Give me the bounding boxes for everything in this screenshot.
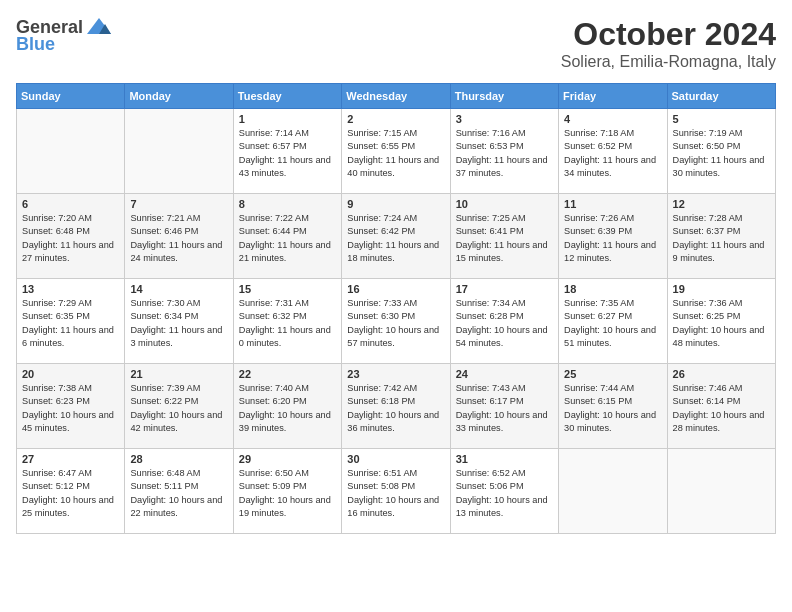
day-cell: 16Sunrise: 7:33 AM Sunset: 6:30 PM Dayli… [342,279,450,364]
day-number: 30 [347,453,444,465]
day-info: Sunrise: 7:26 AM Sunset: 6:39 PM Dayligh… [564,212,661,265]
day-cell: 15Sunrise: 7:31 AM Sunset: 6:32 PM Dayli… [233,279,341,364]
day-cell: 14Sunrise: 7:30 AM Sunset: 6:34 PM Dayli… [125,279,233,364]
logo: General Blue [16,16,113,55]
day-number: 26 [673,368,770,380]
day-cell: 1Sunrise: 7:14 AM Sunset: 6:57 PM Daylig… [233,109,341,194]
day-cell [559,449,667,534]
day-info: Sunrise: 7:44 AM Sunset: 6:15 PM Dayligh… [564,382,661,435]
day-info: Sunrise: 7:15 AM Sunset: 6:55 PM Dayligh… [347,127,444,180]
logo-blue-text: Blue [16,34,55,55]
day-info: Sunrise: 7:35 AM Sunset: 6:27 PM Dayligh… [564,297,661,350]
day-cell: 13Sunrise: 7:29 AM Sunset: 6:35 PM Dayli… [17,279,125,364]
day-cell: 9Sunrise: 7:24 AM Sunset: 6:42 PM Daylig… [342,194,450,279]
header-sunday: Sunday [17,84,125,109]
day-number: 8 [239,198,336,210]
day-number: 23 [347,368,444,380]
day-cell: 7Sunrise: 7:21 AM Sunset: 6:46 PM Daylig… [125,194,233,279]
day-number: 12 [673,198,770,210]
day-info: Sunrise: 6:52 AM Sunset: 5:06 PM Dayligh… [456,467,553,520]
day-number: 17 [456,283,553,295]
day-info: Sunrise: 7:38 AM Sunset: 6:23 PM Dayligh… [22,382,119,435]
day-cell: 26Sunrise: 7:46 AM Sunset: 6:14 PM Dayli… [667,364,775,449]
day-number: 4 [564,113,661,125]
day-cell: 10Sunrise: 7:25 AM Sunset: 6:41 PM Dayli… [450,194,558,279]
week-row-1: 6Sunrise: 7:20 AM Sunset: 6:48 PM Daylig… [17,194,776,279]
page-header: General Blue October 2024 Soliera, Emili… [16,16,776,71]
day-number: 18 [564,283,661,295]
day-cell: 30Sunrise: 6:51 AM Sunset: 5:08 PM Dayli… [342,449,450,534]
day-cell: 28Sunrise: 6:48 AM Sunset: 5:11 PM Dayli… [125,449,233,534]
day-info: Sunrise: 7:20 AM Sunset: 6:48 PM Dayligh… [22,212,119,265]
day-cell: 17Sunrise: 7:34 AM Sunset: 6:28 PM Dayli… [450,279,558,364]
day-number: 22 [239,368,336,380]
header-row: SundayMondayTuesdayWednesdayThursdayFrid… [17,84,776,109]
day-number: 14 [130,283,227,295]
day-cell: 31Sunrise: 6:52 AM Sunset: 5:06 PM Dayli… [450,449,558,534]
week-row-0: 1Sunrise: 7:14 AM Sunset: 6:57 PM Daylig… [17,109,776,194]
calendar-header: SundayMondayTuesdayWednesdayThursdayFrid… [17,84,776,109]
day-info: Sunrise: 7:28 AM Sunset: 6:37 PM Dayligh… [673,212,770,265]
day-info: Sunrise: 7:40 AM Sunset: 6:20 PM Dayligh… [239,382,336,435]
day-cell: 11Sunrise: 7:26 AM Sunset: 6:39 PM Dayli… [559,194,667,279]
week-row-3: 20Sunrise: 7:38 AM Sunset: 6:23 PM Dayli… [17,364,776,449]
day-number: 11 [564,198,661,210]
day-cell: 20Sunrise: 7:38 AM Sunset: 6:23 PM Dayli… [17,364,125,449]
day-number: 10 [456,198,553,210]
header-monday: Monday [125,84,233,109]
day-cell: 3Sunrise: 7:16 AM Sunset: 6:53 PM Daylig… [450,109,558,194]
day-number: 20 [22,368,119,380]
header-wednesday: Wednesday [342,84,450,109]
day-number: 15 [239,283,336,295]
week-row-4: 27Sunrise: 6:47 AM Sunset: 5:12 PM Dayli… [17,449,776,534]
day-cell: 25Sunrise: 7:44 AM Sunset: 6:15 PM Dayli… [559,364,667,449]
day-number: 24 [456,368,553,380]
header-tuesday: Tuesday [233,84,341,109]
day-number: 6 [22,198,119,210]
day-number: 25 [564,368,661,380]
day-info: Sunrise: 7:33 AM Sunset: 6:30 PM Dayligh… [347,297,444,350]
day-number: 1 [239,113,336,125]
day-info: Sunrise: 7:39 AM Sunset: 6:22 PM Dayligh… [130,382,227,435]
day-number: 3 [456,113,553,125]
day-info: Sunrise: 7:42 AM Sunset: 6:18 PM Dayligh… [347,382,444,435]
day-info: Sunrise: 7:36 AM Sunset: 6:25 PM Dayligh… [673,297,770,350]
day-cell: 12Sunrise: 7:28 AM Sunset: 6:37 PM Dayli… [667,194,775,279]
day-info: Sunrise: 7:22 AM Sunset: 6:44 PM Dayligh… [239,212,336,265]
calendar-body: 1Sunrise: 7:14 AM Sunset: 6:57 PM Daylig… [17,109,776,534]
day-number: 19 [673,283,770,295]
day-cell: 23Sunrise: 7:42 AM Sunset: 6:18 PM Dayli… [342,364,450,449]
day-info: Sunrise: 6:51 AM Sunset: 5:08 PM Dayligh… [347,467,444,520]
day-info: Sunrise: 7:43 AM Sunset: 6:17 PM Dayligh… [456,382,553,435]
title-block: October 2024 Soliera, Emilia-Romagna, It… [561,16,776,71]
header-saturday: Saturday [667,84,775,109]
day-number: 27 [22,453,119,465]
day-cell [125,109,233,194]
day-cell: 2Sunrise: 7:15 AM Sunset: 6:55 PM Daylig… [342,109,450,194]
day-number: 13 [22,283,119,295]
day-number: 5 [673,113,770,125]
day-cell: 22Sunrise: 7:40 AM Sunset: 6:20 PM Dayli… [233,364,341,449]
day-info: Sunrise: 7:21 AM Sunset: 6:46 PM Dayligh… [130,212,227,265]
logo-icon [85,16,113,38]
day-info: Sunrise: 7:30 AM Sunset: 6:34 PM Dayligh… [130,297,227,350]
day-info: Sunrise: 6:48 AM Sunset: 5:11 PM Dayligh… [130,467,227,520]
day-cell: 19Sunrise: 7:36 AM Sunset: 6:25 PM Dayli… [667,279,775,364]
day-info: Sunrise: 7:46 AM Sunset: 6:14 PM Dayligh… [673,382,770,435]
day-cell: 29Sunrise: 6:50 AM Sunset: 5:09 PM Dayli… [233,449,341,534]
header-thursday: Thursday [450,84,558,109]
day-number: 29 [239,453,336,465]
day-number: 31 [456,453,553,465]
day-number: 9 [347,198,444,210]
day-cell: 21Sunrise: 7:39 AM Sunset: 6:22 PM Dayli… [125,364,233,449]
day-cell [667,449,775,534]
day-cell: 8Sunrise: 7:22 AM Sunset: 6:44 PM Daylig… [233,194,341,279]
day-info: Sunrise: 7:25 AM Sunset: 6:41 PM Dayligh… [456,212,553,265]
day-info: Sunrise: 7:24 AM Sunset: 6:42 PM Dayligh… [347,212,444,265]
header-friday: Friday [559,84,667,109]
day-number: 16 [347,283,444,295]
day-info: Sunrise: 7:14 AM Sunset: 6:57 PM Dayligh… [239,127,336,180]
day-cell [17,109,125,194]
day-number: 2 [347,113,444,125]
day-cell: 27Sunrise: 6:47 AM Sunset: 5:12 PM Dayli… [17,449,125,534]
